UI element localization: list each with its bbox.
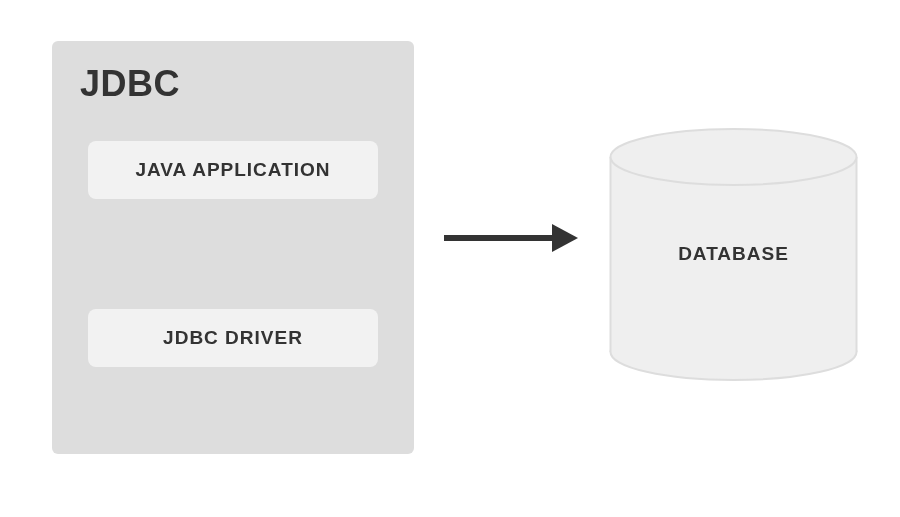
jdbc-container: JDBC JAVA APPLICATION JDBC DRIVER — [52, 41, 414, 454]
jdbc-driver-box: JDBC DRIVER — [88, 309, 378, 367]
svg-marker-1 — [552, 224, 578, 252]
svg-point-6 — [611, 129, 857, 185]
database-cylinder: DATABASE — [608, 127, 859, 382]
jdbc-title: JDBC — [80, 63, 386, 105]
diagram-canvas: JDBC JAVA APPLICATION JDBC DRIVER DATABA… — [0, 0, 900, 517]
database-label: DATABASE — [608, 243, 859, 265]
java-application-box: JAVA APPLICATION — [88, 141, 378, 199]
arrow-icon — [442, 218, 580, 258]
